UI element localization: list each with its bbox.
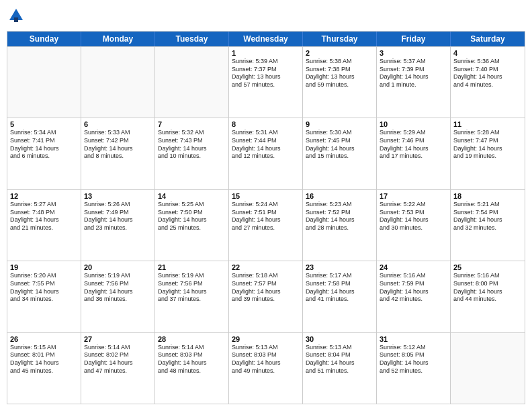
cell-line: Daylight: 14 hours [380, 288, 447, 296]
day-number: 21 [158, 263, 226, 271]
day-number: 23 [306, 263, 373, 271]
cell-line: Sunrise: 5:26 AM [84, 201, 152, 209]
empty-cell [155, 47, 229, 118]
cell-line: Sunset: 8:03 PM [232, 351, 300, 359]
cell-line: Sunset: 7:51 PM [232, 209, 300, 217]
cell-line: and 52 minutes. [380, 367, 447, 375]
cell-line: and 28 minutes. [306, 224, 373, 232]
calendar-row-3: 19Sunrise: 5:20 AMSunset: 7:55 PMDayligh… [7, 261, 525, 332]
day-cell-11: 11Sunrise: 5:28 AMSunset: 7:47 PMDayligh… [451, 118, 525, 189]
cell-line: Sunset: 8:03 PM [158, 351, 226, 359]
day-number: 15 [232, 192, 300, 200]
cell-line: Daylight: 14 hours [232, 359, 300, 367]
cell-line: and 19 minutes. [453, 152, 522, 161]
cell-line: Daylight: 14 hours [158, 359, 226, 367]
cell-line: Sunset: 7:42 PM [84, 137, 152, 145]
cell-line: Sunset: 7:46 PM [380, 137, 447, 145]
cell-line: Sunset: 7:41 PM [10, 137, 78, 145]
cell-line: Sunrise: 5:27 AM [10, 201, 78, 209]
cell-line: Sunrise: 5:18 AM [232, 272, 300, 280]
cell-line: and 12 minutes. [232, 152, 300, 161]
day-cell-30: 30Sunrise: 5:13 AMSunset: 8:04 PMDayligh… [303, 333, 377, 404]
cell-line: Daylight: 14 hours [10, 288, 78, 296]
cell-line: Sunrise: 5:28 AM [453, 129, 522, 137]
cell-line: Sunrise: 5:33 AM [84, 129, 152, 137]
cell-line: Sunset: 7:55 PM [10, 280, 78, 288]
cell-line: Sunrise: 5:24 AM [232, 201, 300, 209]
day-cell-31: 31Sunrise: 5:12 AMSunset: 8:05 PMDayligh… [377, 333, 451, 404]
cell-line: and 49 minutes. [232, 367, 300, 375]
cell-line: Daylight: 14 hours [232, 216, 300, 224]
cell-line: Daylight: 14 hours [158, 145, 226, 153]
cell-line: Sunset: 7:57 PM [232, 280, 300, 288]
cell-line: Sunrise: 5:23 AM [306, 201, 373, 209]
day-cell-26: 26Sunrise: 5:15 AMSunset: 8:01 PMDayligh… [7, 333, 81, 404]
cell-line: Sunrise: 5:16 AM [453, 272, 522, 280]
calendar-row-4: 26Sunrise: 5:15 AMSunset: 8:01 PMDayligh… [7, 332, 525, 404]
day-cell-12: 12Sunrise: 5:27 AMSunset: 7:48 PMDayligh… [7, 190, 81, 261]
cell-line: and 42 minutes. [380, 295, 447, 304]
cell-line: Sunset: 7:50 PM [158, 209, 226, 217]
header-day-sunday: Sunday [7, 32, 81, 46]
day-number: 3 [380, 49, 447, 57]
day-cell-3: 3Sunrise: 5:37 AMSunset: 7:39 PMDaylight… [377, 47, 451, 118]
cell-line: Daylight: 14 hours [306, 288, 373, 296]
cell-line: Sunrise: 5:38 AM [306, 58, 373, 66]
cell-line: and 44 minutes. [453, 295, 522, 304]
day-number: 18 [453, 192, 522, 200]
cell-line: Sunset: 7:53 PM [380, 209, 447, 217]
cell-line: and 39 minutes. [232, 295, 300, 304]
empty-cell [451, 333, 525, 404]
day-cell-28: 28Sunrise: 5:14 AMSunset: 8:03 PMDayligh… [155, 333, 229, 404]
day-cell-16: 16Sunrise: 5:23 AMSunset: 7:52 PMDayligh… [303, 190, 377, 261]
day-cell-7: 7Sunrise: 5:32 AMSunset: 7:43 PMDaylight… [155, 118, 229, 189]
cell-line: Sunrise: 5:16 AM [380, 272, 447, 280]
day-number: 22 [232, 263, 300, 271]
calendar-row-0: 1Sunrise: 5:39 AMSunset: 7:37 PMDaylight… [7, 46, 525, 118]
cell-line: Daylight: 14 hours [10, 145, 78, 153]
day-number: 12 [10, 192, 78, 200]
day-number: 26 [10, 335, 78, 343]
cell-line: Daylight: 14 hours [84, 145, 152, 153]
cell-line: Sunset: 7:37 PM [232, 66, 300, 74]
day-number: 11 [453, 120, 522, 128]
logo-icon [7, 7, 26, 26]
cell-line: Sunset: 8:05 PM [380, 351, 447, 359]
cell-line: Sunrise: 5:20 AM [10, 272, 78, 280]
cell-line: Sunset: 7:56 PM [158, 280, 226, 288]
day-cell-29: 29Sunrise: 5:13 AMSunset: 8:03 PMDayligh… [229, 333, 303, 404]
cell-line: Daylight: 14 hours [158, 288, 226, 296]
cell-line: Daylight: 14 hours [453, 73, 522, 81]
day-number: 14 [158, 192, 226, 200]
cell-line: and 47 minutes. [84, 367, 152, 375]
day-cell-8: 8Sunrise: 5:31 AMSunset: 7:44 PMDaylight… [229, 118, 303, 189]
cell-line: and 48 minutes. [158, 367, 226, 375]
header-day-monday: Monday [81, 32, 155, 46]
day-number: 28 [158, 335, 226, 343]
cell-line: Sunrise: 5:14 AM [158, 344, 226, 352]
day-number: 8 [232, 120, 300, 128]
day-number: 19 [10, 263, 78, 271]
cell-line: Sunset: 7:49 PM [84, 209, 152, 217]
empty-cell [7, 47, 81, 118]
day-cell-10: 10Sunrise: 5:29 AMSunset: 7:46 PMDayligh… [377, 118, 451, 189]
cell-line: Sunset: 7:38 PM [306, 66, 373, 74]
cell-line: Sunset: 7:52 PM [306, 209, 373, 217]
header-day-tuesday: Tuesday [155, 32, 229, 46]
cell-line: Sunrise: 5:30 AM [306, 129, 373, 137]
cell-line: Sunrise: 5:17 AM [306, 272, 373, 280]
day-number: 2 [306, 49, 373, 57]
cell-line: Sunset: 8:04 PM [306, 351, 373, 359]
cell-line: and 21 minutes. [10, 224, 78, 232]
empty-cell [81, 47, 155, 118]
cell-line: Sunrise: 5:22 AM [380, 201, 447, 209]
cell-line: Sunrise: 5:14 AM [84, 344, 152, 352]
cell-line: and 37 minutes. [158, 295, 226, 304]
cell-line: Daylight: 14 hours [380, 73, 447, 81]
cell-line: and 23 minutes. [84, 224, 152, 232]
day-number: 30 [306, 335, 373, 343]
day-number: 16 [306, 192, 373, 200]
day-cell-21: 21Sunrise: 5:19 AMSunset: 7:56 PMDayligh… [155, 261, 229, 332]
header [7, 7, 525, 26]
cell-line: Sunrise: 5:13 AM [306, 344, 373, 352]
